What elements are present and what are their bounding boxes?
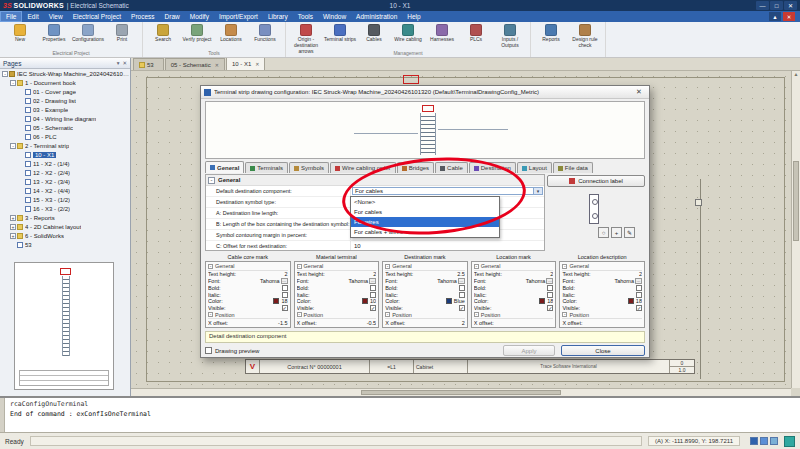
menu-item[interactable]: Window	[318, 11, 351, 22]
grid-toggle-icon[interactable]	[750, 437, 758, 445]
design-rule-check-button[interactable]: Design rule check	[568, 24, 602, 49]
color-swatch[interactable]	[273, 298, 279, 304]
collapse-icon[interactable]: -	[297, 312, 302, 317]
wire-cabling-button[interactable]: Wire cabling	[391, 24, 425, 49]
color-swatch[interactable]	[446, 298, 452, 304]
panel-close-icon[interactable]: ✕	[122, 60, 127, 66]
tree-expander-icon[interactable]: +	[10, 224, 16, 230]
dialog-tab[interactable]: Wire cabling order	[330, 162, 396, 173]
menu-item[interactable]: Process	[126, 11, 159, 22]
font-value[interactable]: Tahoma	[614, 278, 634, 284]
menu-item[interactable]: Electrical Project	[68, 11, 126, 22]
search-button[interactable]: Search	[146, 24, 180, 49]
document-tab[interactable]: 05 - Schematic ✕	[165, 58, 225, 70]
browse-icon[interactable]: …	[369, 278, 376, 284]
dialog-tab[interactable]: General	[205, 161, 244, 173]
bold-checkbox[interactable]	[282, 285, 288, 291]
collapse-icon[interactable]: -	[562, 312, 567, 317]
browse-icon[interactable]: …	[635, 278, 642, 284]
bold-checkbox[interactable]	[547, 285, 553, 291]
close-button[interactable]: Close	[561, 345, 645, 356]
color-swatch[interactable]	[539, 298, 545, 304]
status-indicator-icon[interactable]	[784, 436, 795, 447]
menu-item[interactable]: Tools	[293, 11, 318, 22]
horizontal-scrollbar[interactable]	[131, 388, 791, 396]
tab-close-icon[interactable]: ✕	[255, 61, 259, 67]
tree-item[interactable]: 06 - PLC	[0, 132, 130, 141]
dialog-tab[interactable]: Terminals	[245, 162, 288, 173]
plcs-button[interactable]: PLCs	[459, 24, 493, 49]
snap-toggle-icon[interactable]	[760, 437, 768, 445]
tree-item[interactable]: 11 - X2 - (1/4)	[0, 159, 130, 168]
italic-checkbox[interactable]	[459, 292, 465, 298]
tree-item[interactable]: + 6 - SolidWorks	[0, 231, 130, 240]
visible-checkbox[interactable]: ✓	[370, 305, 376, 311]
page-thumbnail[interactable]	[14, 262, 114, 390]
bold-checkbox[interactable]	[459, 285, 465, 291]
font-value[interactable]: Tahoma	[260, 278, 280, 284]
dropdown-option[interactable]: For cables	[351, 207, 499, 217]
font-value[interactable]: Tahoma	[349, 278, 369, 284]
tree-item[interactable]: - IEC Struck-Wrap Machine_20240426101112	[0, 69, 130, 78]
collapse-icon[interactable]: -	[208, 177, 215, 184]
text-height-value[interactable]: 2	[550, 271, 553, 277]
maximize-icon[interactable]: □	[770, 1, 783, 10]
doc-restore-icon[interactable]: ▲	[769, 12, 781, 21]
dropdown-option[interactable]: <None>	[351, 197, 499, 207]
visible-checkbox[interactable]: ✓	[636, 305, 642, 311]
configurations-button[interactable]: Configurations	[71, 24, 105, 49]
x-offset-value[interactable]: -0.5	[367, 320, 376, 326]
new-button[interactable]: New	[3, 24, 37, 49]
reports-button[interactable]: Reports	[534, 24, 568, 49]
visible-checkbox[interactable]: ✓	[547, 305, 553, 311]
menu-item[interactable]: Import/Export	[214, 11, 263, 22]
italic-checkbox[interactable]	[282, 292, 288, 298]
menu-item[interactable]: Modify	[185, 11, 214, 22]
verify-project-button[interactable]: Verify project	[180, 24, 214, 49]
x-offset-value[interactable]: -1.5	[278, 320, 287, 326]
menu-item[interactable]: Library	[263, 11, 293, 22]
menu-item[interactable]: File	[0, 11, 22, 22]
tree-item[interactable]: 10 - X1	[0, 150, 130, 159]
vertical-scrollbar-thumb[interactable]	[793, 161, 799, 241]
collapse-icon[interactable]: -	[474, 312, 479, 317]
grid-row-value[interactable]: For cables ▾	[352, 187, 543, 195]
dialog-tab[interactable]: Destination	[469, 162, 516, 173]
tree-item[interactable]: + 3 - Reports	[0, 213, 130, 222]
bold-checkbox[interactable]	[370, 285, 376, 291]
chevron-down-icon[interactable]: ▾	[533, 188, 542, 194]
horizontal-scrollbar-thumb[interactable]	[361, 390, 561, 395]
font-value[interactable]: Tahoma	[526, 278, 546, 284]
dropdown-option[interactable]: For wires	[351, 217, 499, 227]
tree-expander-icon[interactable]: -	[10, 143, 16, 149]
vertical-scrollbar[interactable]: ▲	[791, 71, 800, 388]
tree-item[interactable]: - 2 - Terminal strip	[0, 141, 130, 150]
visible-checkbox[interactable]: ✓	[282, 305, 288, 311]
tree-item[interactable]: 05 - Schematic	[0, 123, 130, 132]
document-tab[interactable]: 53	[133, 58, 164, 70]
dialog-tab[interactable]: Cable	[435, 162, 468, 173]
grid-row-value[interactable]: 10 ▾	[351, 241, 544, 251]
tree-item[interactable]: + 4 - 2D Cabinet layout	[0, 222, 130, 231]
tree-expander-icon[interactable]: -	[2, 71, 8, 77]
tree-item[interactable]: 03 - Example	[0, 105, 130, 114]
drawing-preview-checkbox[interactable]	[205, 347, 212, 354]
text-height-value[interactable]: 2	[639, 271, 642, 277]
tree-item[interactable]: 04 - Wiring line diagram	[0, 114, 130, 123]
collapse-icon[interactable]: -	[474, 264, 479, 269]
tree-item[interactable]: 15 - X3 - (1/2)	[0, 195, 130, 204]
functions-button[interactable]: Functions	[248, 24, 282, 49]
menu-item[interactable]: View	[44, 11, 68, 22]
browse-icon[interactable]: …	[281, 278, 288, 284]
inputs-outputs-button[interactable]: Inputs / Outputs	[493, 24, 527, 49]
collapse-icon[interactable]: -	[297, 264, 302, 269]
terminal-strips-button[interactable]: Terminal strips	[323, 24, 357, 49]
command-panel[interactable]: rcaConfigOnuTerminal End of command : ex…	[0, 396, 800, 432]
dialog-tab[interactable]: Layout	[517, 162, 552, 173]
pin-icon[interactable]: ▾	[117, 60, 120, 66]
x-offset-value[interactable]: 2	[462, 320, 465, 326]
text-height-value[interactable]: 2	[285, 271, 288, 277]
tree-item[interactable]: 53	[0, 240, 130, 249]
font-value[interactable]: Tahoma	[437, 278, 457, 284]
tree-expander-icon[interactable]: +	[10, 233, 16, 239]
